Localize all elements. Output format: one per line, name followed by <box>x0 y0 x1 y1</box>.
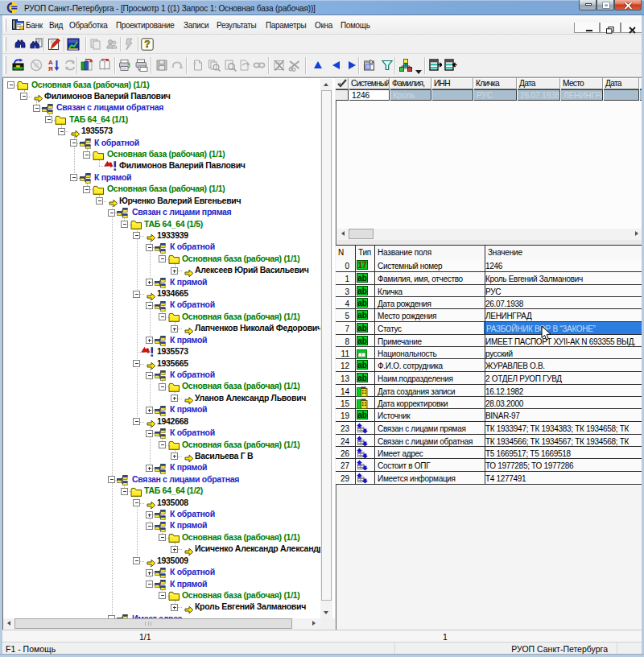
svg-text:Я: Я <box>48 65 53 72</box>
svg-text:?: ? <box>144 39 150 50</box>
